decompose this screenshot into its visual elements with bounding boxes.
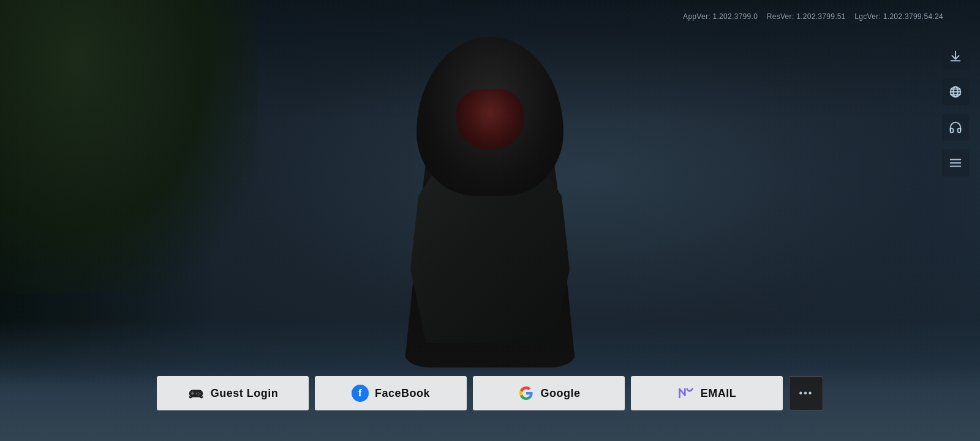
- email-login-label: EMAIL: [701, 387, 737, 400]
- google-login-label: Google: [541, 387, 581, 400]
- bg-tree: [0, 0, 257, 294]
- res-ver: ResVer: 1.202.3799.51: [767, 12, 846, 21]
- char-mask: [456, 89, 524, 150]
- menu-icon: [949, 156, 962, 170]
- email-icon: [677, 385, 695, 402]
- menu-button[interactable]: [942, 149, 969, 176]
- facebook-login-label: FaceBook: [375, 387, 430, 400]
- facebook-login-button[interactable]: f FaceBook: [315, 376, 467, 410]
- svg-point-13: [197, 394, 198, 396]
- google-logo: [519, 386, 533, 401]
- globe-icon: [949, 85, 962, 99]
- download-button[interactable]: [942, 43, 969, 70]
- headphones-icon: [949, 121, 962, 134]
- svg-point-11: [197, 392, 198, 393]
- download-icon: [949, 50, 962, 63]
- facebook-icon: f: [352, 385, 369, 402]
- support-button[interactable]: [942, 114, 969, 141]
- gamepad-icon: [187, 385, 205, 402]
- more-dots-label: •••: [799, 388, 813, 399]
- more-options-button[interactable]: •••: [789, 376, 823, 410]
- svg-rect-10: [192, 391, 193, 395]
- google-icon: [518, 385, 535, 402]
- svg-point-12: [199, 393, 200, 394]
- globe-button[interactable]: [942, 78, 969, 105]
- email-logo: [677, 386, 695, 400]
- google-login-button[interactable]: Google: [473, 376, 625, 410]
- sidebar-icons: [942, 43, 969, 176]
- svg-point-14: [196, 393, 197, 394]
- lgc-ver: LgcVer: 1.202.3799.54.24: [854, 12, 943, 21]
- login-bar: Guest Login f FaceBook Google E: [157, 376, 823, 410]
- app-ver: AppVer: 1.202.3799.0: [683, 12, 758, 21]
- guest-login-button[interactable]: Guest Login: [157, 376, 309, 410]
- email-login-button[interactable]: EMAIL: [631, 376, 783, 410]
- version-info: AppVer: 1.202.3799.0 ResVer: 1.202.3799.…: [683, 12, 943, 21]
- facebook-logo: f: [352, 385, 369, 402]
- character: [306, 0, 674, 417]
- guest-login-label: Guest Login: [211, 387, 279, 400]
- gamepad-svg: [188, 386, 204, 400]
